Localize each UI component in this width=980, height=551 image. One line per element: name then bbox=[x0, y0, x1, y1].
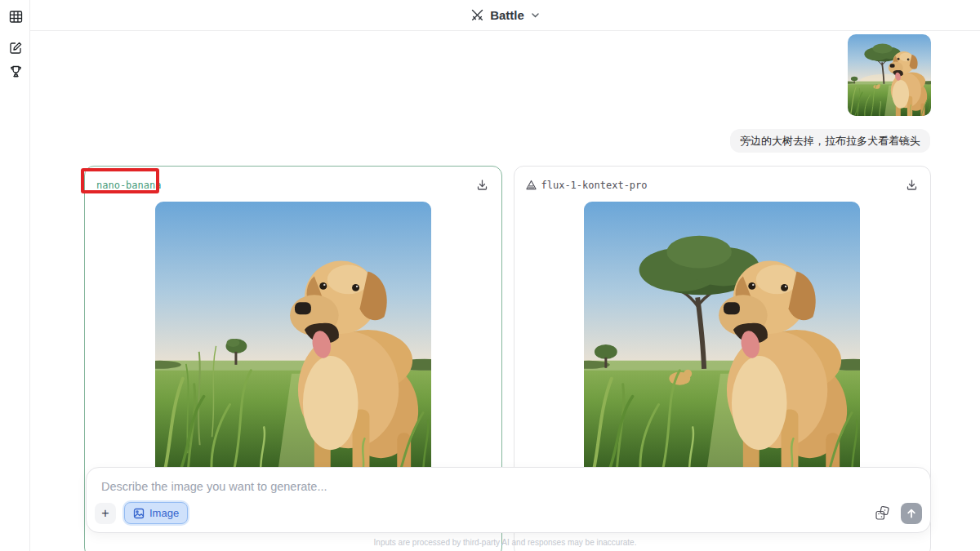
disclaimer-text: Inputs are processed by third-party AI a… bbox=[30, 538, 980, 547]
model-name-left: nano-banana bbox=[96, 180, 161, 191]
trophy-icon[interactable] bbox=[7, 63, 24, 79]
mode-title: Battle bbox=[490, 8, 524, 22]
model-name-right: flux-1-kontext-pro bbox=[541, 180, 648, 191]
user-message-bubble: 旁边的大树去掉，拉布拉多犬看着镜头 bbox=[730, 129, 930, 153]
add-attachment-button[interactable]: + bbox=[95, 503, 116, 524]
top-header: Battle bbox=[30, 0, 980, 31]
app-window: Battle bbox=[0, 0, 980, 551]
sidebar bbox=[0, 0, 30, 551]
generated-image-left[interactable] bbox=[155, 202, 431, 478]
flux-logo-icon bbox=[526, 180, 537, 190]
crossed-swords-icon bbox=[470, 8, 484, 22]
image-icon bbox=[133, 508, 145, 519]
user-uploaded-image[interactable] bbox=[848, 34, 931, 116]
image-button-label: Image bbox=[149, 507, 179, 519]
arrow-up-icon bbox=[906, 508, 917, 519]
generated-image-right[interactable] bbox=[584, 202, 860, 478]
download-icon[interactable] bbox=[475, 178, 490, 193]
mode-selector[interactable]: Battle bbox=[470, 8, 540, 22]
compose-icon[interactable] bbox=[7, 39, 24, 56]
prompt-composer: + Image bbox=[86, 467, 931, 533]
download-icon[interactable] bbox=[904, 178, 919, 193]
dice-random-icon[interactable] bbox=[873, 504, 891, 522]
chevron-down-icon bbox=[531, 11, 540, 20]
send-button[interactable] bbox=[901, 503, 922, 524]
leaderboard-grid-icon[interactable] bbox=[7, 8, 24, 24]
image-mode-button[interactable]: Image bbox=[124, 502, 188, 524]
panel-left-header: nano-banana bbox=[85, 167, 501, 201]
panel-right-header: flux-1-kontext-pro bbox=[514, 167, 931, 201]
prompt-input[interactable] bbox=[93, 476, 924, 497]
